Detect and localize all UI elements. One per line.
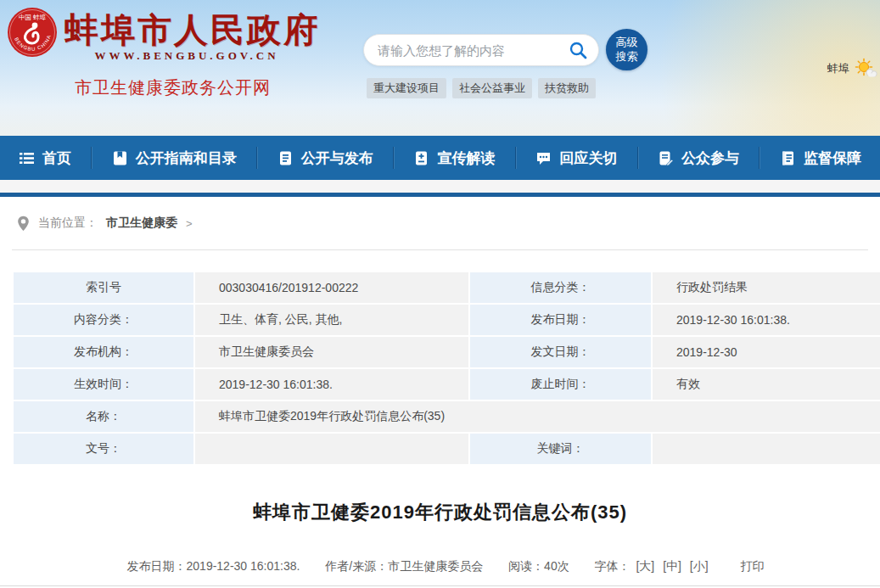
info-label-issuing-agency: 发布机构： bbox=[14, 337, 193, 367]
weather-city: 蚌埠 bbox=[827, 61, 849, 76]
search-bar bbox=[363, 34, 599, 66]
location-pin-icon bbox=[17, 216, 30, 232]
meta-publish: 发布日期：2019-12-30 16:01:38. bbox=[127, 559, 300, 573]
nav-label: 宣传解读 bbox=[437, 148, 495, 168]
nav-label: 公开与发布 bbox=[301, 148, 373, 168]
font-size-medium-button[interactable]: [中] bbox=[663, 559, 681, 573]
nav-item-home[interactable]: 首页 bbox=[19, 148, 71, 168]
nav-separator bbox=[759, 147, 759, 169]
meta-source: 作者/来源：市卫生健康委员会 bbox=[325, 559, 483, 573]
advanced-search-line1: 高级 bbox=[616, 36, 638, 49]
info-value-effective-time: 2019-12-30 16:01:38. bbox=[195, 369, 468, 400]
info-value-info-category: 行政处罚结果 bbox=[653, 272, 880, 303]
meta-font-controls: 字体： [大] [中] [小] bbox=[595, 559, 715, 573]
info-label-info-category: 信息分类： bbox=[470, 272, 651, 303]
breadcrumb-separator: > bbox=[186, 217, 193, 230]
seal-top-text: 中国 蚌埠 bbox=[19, 14, 47, 21]
document-pencil-icon bbox=[658, 150, 674, 166]
document-lines-icon bbox=[277, 150, 294, 166]
nav-item-supervision[interactable]: 监督保障 bbox=[780, 148, 861, 168]
sun-cloud-weather-icon bbox=[853, 58, 878, 80]
nav-label: 首页 bbox=[42, 148, 71, 168]
meta-read-count: 阅读：40次 bbox=[508, 559, 569, 573]
hot-tag-poverty-relief[interactable]: 扶贫救助 bbox=[538, 78, 596, 98]
article-meta: 发布日期：2019-12-30 16:01:38. 作者/来源：市卫生健康委员会… bbox=[0, 559, 880, 574]
search-input[interactable] bbox=[363, 34, 599, 66]
info-value-doc-number bbox=[195, 434, 468, 464]
nav-label: 回应关切 bbox=[559, 148, 617, 168]
meta-publish-label: 发布日期： bbox=[127, 559, 187, 573]
book-icon bbox=[780, 150, 796, 166]
site-url: WWW.BENGBU.GOV.CN bbox=[68, 49, 305, 63]
nav-label: 公众参与 bbox=[681, 148, 739, 168]
info-value-issue-date: 2019-12-30 bbox=[653, 337, 880, 367]
info-value-expiry-time: 有效 bbox=[653, 369, 880, 400]
nav-separator bbox=[393, 147, 394, 169]
info-value-publish-date: 2019-12-30 16:01:38. bbox=[653, 305, 880, 335]
info-value-issuing-agency: 市卫生健康委员会 bbox=[195, 337, 468, 367]
info-label-keywords: 关键词： bbox=[470, 434, 651, 464]
search-icon[interactable] bbox=[569, 41, 587, 59]
bookmark-book-icon bbox=[112, 150, 128, 166]
site-header: 中国 蚌埠 BENGBU CHINA 蚌埠市人民政府 WWW.BENGBU.GO… bbox=[0, 0, 880, 136]
advanced-search-button[interactable]: 高级 搜索 bbox=[606, 29, 647, 70]
nav-label: 公开指南和目录 bbox=[136, 148, 237, 168]
nav-separator bbox=[256, 147, 257, 169]
info-label-doc-number: 文号： bbox=[14, 434, 193, 464]
info-value-name: 蚌埠市卫健委2019年行政处罚信息公布(35) bbox=[195, 401, 880, 432]
nav-bottom-strip bbox=[0, 180, 880, 193]
meta-source-value: 市卫生健康委员会 bbox=[388, 559, 483, 573]
info-value-index-number: 003030416/201912-00222 bbox=[195, 272, 468, 303]
bottom-divider bbox=[0, 585, 880, 586]
meta-publish-value: 2019-12-30 16:01:38. bbox=[187, 559, 300, 573]
breadcrumb: 当前位置： 市卫生健康委 > bbox=[12, 197, 868, 250]
breadcrumb-prefix: 当前位置： bbox=[38, 216, 98, 231]
nav-item-guide-directory[interactable]: 公开指南和目录 bbox=[112, 148, 237, 168]
sub-site-title: 市卫生健康委政务公开网 bbox=[75, 76, 271, 99]
hot-tags: 重大建设项目 社会公益事业 扶贫救助 bbox=[367, 78, 596, 98]
site-title: 蚌埠市人民政府 bbox=[64, 7, 320, 53]
breadcrumb-current-link[interactable]: 市卫生健康委 bbox=[106, 216, 177, 231]
hot-tag-major-projects[interactable]: 重大建设项目 bbox=[367, 78, 446, 98]
clipboard-plus-icon bbox=[413, 150, 429, 166]
font-size-small-button[interactable]: [小] bbox=[690, 559, 709, 573]
nav-separator bbox=[637, 147, 638, 169]
info-label-effective-time: 生效时间： bbox=[14, 369, 193, 400]
advanced-search-line2: 搜索 bbox=[616, 50, 638, 64]
info-label-publish-date: 发布日期： bbox=[470, 305, 651, 335]
speech-bubble-icon bbox=[535, 150, 552, 166]
nav-item-respond[interactable]: 回应关切 bbox=[535, 148, 617, 168]
nav-item-interpretation[interactable]: 宣传解读 bbox=[413, 148, 495, 168]
font-size-large-button[interactable]: [大] bbox=[636, 559, 654, 573]
info-label-expiry-time: 废止时间： bbox=[470, 369, 651, 400]
nav-item-publish[interactable]: 公开与发布 bbox=[277, 148, 373, 168]
main-nav: 首页 公开指南和目录 公开与发布 宣传解读 bbox=[0, 136, 880, 180]
meta-read-label: 阅读： bbox=[508, 559, 544, 573]
hot-tag-public-welfare[interactable]: 社会公益事业 bbox=[452, 78, 532, 98]
document-info-table: 索引号 003030416/201912-00222 信息分类： 行政处罚结果 … bbox=[14, 272, 880, 464]
meta-read-value: 40次 bbox=[544, 559, 569, 573]
gov-seal-logo: 中国 蚌埠 BENGBU CHINA bbox=[7, 7, 58, 58]
page-title: 蚌埠市卫健委2019年行政处罚信息公布(35) bbox=[0, 500, 880, 525]
weather-widget[interactable]: 蚌埠 bbox=[827, 58, 878, 80]
info-label-issue-date: 发文日期： bbox=[470, 337, 651, 367]
info-label-name: 名称： bbox=[14, 401, 193, 432]
nav-separator bbox=[91, 147, 92, 169]
info-value-keywords bbox=[653, 434, 880, 464]
nav-item-participation[interactable]: 公众参与 bbox=[658, 148, 739, 168]
info-value-content-category: 卫生、体育, 公民, 其他, bbox=[195, 305, 468, 335]
info-label-content-category: 内容分类： bbox=[14, 305, 193, 335]
home-list-icon bbox=[19, 150, 35, 166]
info-label-index-number: 索引号 bbox=[14, 272, 193, 303]
meta-source-label: 作者/来源： bbox=[325, 559, 388, 573]
print-button[interactable]: 打印 bbox=[740, 559, 764, 573]
nav-label: 监督保障 bbox=[804, 148, 861, 168]
nav-separator bbox=[515, 147, 516, 169]
meta-font-label: 字体： bbox=[595, 559, 631, 573]
